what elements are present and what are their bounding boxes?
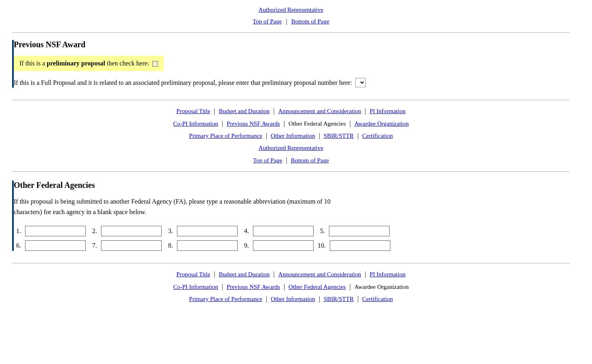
nav-other-info-2[interactable]: Other Information — [271, 296, 315, 302]
pipe-b3: | — [365, 271, 366, 278]
agency-label-7: 7. — [90, 242, 97, 249]
pipe-10: | — [286, 157, 287, 164]
other-federal-section: Other Federal Agencies If this proposal … — [12, 181, 570, 251]
pipe-b9: | — [357, 295, 358, 302]
middle-nav-links: Proposal Title | Budget and Duration | A… — [12, 105, 570, 166]
previous-nsf-section: Previous NSF Award If this is a prelimin… — [12, 40, 570, 88]
nav-prev-nsf-1[interactable]: Previous NSF Awards — [227, 120, 280, 127]
agency-input-10[interactable] — [330, 240, 390, 251]
nav-budget-duration-2[interactable]: Budget and Duration — [219, 271, 270, 278]
agency-input-9[interactable] — [253, 240, 314, 251]
nav-announcement-2[interactable]: Announcement and Consideration — [278, 271, 361, 278]
agency-label-5: 5. — [318, 227, 325, 235]
top-navigation-1: Authorized Representative Top of Page | … — [12, 4, 570, 27]
pipe-7: | — [266, 132, 267, 139]
divider-2 — [12, 100, 570, 100]
agency-row-1: 1. 2. 3. 4. 5. — [14, 226, 570, 236]
nav-sbir-2[interactable]: SBIR/STTR — [324, 296, 354, 302]
divider-1 — [12, 32, 570, 33]
agency-label-4: 4. — [242, 227, 249, 235]
pipe-b8: | — [319, 295, 320, 302]
authorized-rep-link-top[interactable]: Authorized Representative — [259, 6, 323, 13]
nav-sbir-1[interactable]: SBIR/STTR — [324, 133, 354, 139]
agency-label-3: 3. — [166, 227, 173, 235]
agency-input-4[interactable] — [253, 226, 314, 236]
agency-input-6[interactable] — [25, 240, 86, 251]
nav-other-federal-current: Other Federal Agencies — [289, 120, 346, 127]
nav-other-info-1[interactable]: Other Information — [271, 133, 315, 139]
nav-awardee-org-1[interactable]: Awardee Organization — [354, 120, 409, 127]
nav-authorized-rep-1[interactable]: Authorized Representative — [259, 145, 323, 151]
pipe-b1: | — [214, 271, 215, 278]
agency-input-3[interactable] — [177, 226, 238, 236]
agency-inputs-container: 1. 2. 3. 4. 5. 6. 7. 8. 9. — [14, 226, 570, 251]
divider-4 — [12, 263, 570, 263]
pipe-b4: | — [222, 283, 223, 290]
other-federal-title: Other Federal Agencies — [14, 181, 570, 190]
pipe-b7: | — [266, 295, 267, 302]
agency-label-8: 8. — [166, 242, 173, 249]
preliminary-checkbox[interactable] — [152, 61, 158, 67]
pipe-9: | — [357, 132, 358, 139]
pipe-b2: | — [273, 271, 274, 278]
nav-co-pi-2[interactable]: Co-PI Information — [173, 284, 218, 290]
nav-primary-place-2[interactable]: Primary Place of Performance — [189, 296, 262, 302]
nav-budget-duration-1[interactable]: Budget and Duration — [219, 108, 270, 114]
bottom-nav-links: Proposal Title | Budget and Duration | A… — [12, 268, 570, 305]
nav-awardee-org-current: Awardee Organization — [354, 284, 409, 290]
agency-row-2: 6. 7. 8. 9. 10. — [14, 240, 570, 251]
preliminary-proposal-box: If this is a preliminary proposal then c… — [14, 56, 164, 71]
nav-proposal-title-1[interactable]: Proposal Title — [177, 108, 211, 114]
pipe-4: | — [222, 120, 223, 127]
agency-label-10: 10. — [318, 242, 326, 249]
prelim-bold-text: preliminary proposal — [47, 60, 105, 67]
nav-pi-info-1[interactable]: PI Information — [370, 108, 406, 114]
agency-label-6: 6. — [14, 242, 21, 249]
agency-input-7[interactable] — [101, 240, 162, 251]
pipe-2: | — [273, 107, 274, 114]
prelim-post-text: then check here: — [105, 60, 149, 67]
agency-label-2: 2. — [90, 227, 97, 235]
pipe-5: | — [284, 120, 285, 127]
nav-proposal-title-2[interactable]: Proposal Title — [177, 271, 211, 278]
preliminary-proposal-dropdown[interactable] — [355, 78, 366, 87]
agency-input-1[interactable] — [25, 226, 86, 236]
pipe-sep: | — [286, 18, 287, 25]
agency-desc-line1: If this proposal is being submitted to a… — [14, 198, 331, 205]
previous-nsf-title: Previous NSF Award — [14, 40, 570, 49]
nav-certification-1[interactable]: Certification — [362, 133, 393, 139]
nav-announcement-1[interactable]: Announcement and Consideration — [278, 108, 361, 114]
pipe-3: | — [365, 107, 366, 114]
nav-bottom-page-1[interactable]: Bottom of Page — [291, 157, 329, 164]
nav-top-page-1[interactable]: Top of Page — [253, 157, 282, 164]
agency-label-9: 9. — [242, 242, 249, 249]
pipe-8: | — [319, 132, 320, 139]
nav-pi-info-2[interactable]: PI Information — [370, 271, 406, 278]
nav-other-federal-2[interactable]: Other Federal Agencies — [289, 284, 346, 290]
top-of-page-link-top[interactable]: Top of Page — [253, 18, 282, 25]
bottom-of-page-link-top[interactable]: Bottom of Page — [291, 18, 329, 25]
agency-label-1: 1. — [14, 227, 21, 235]
agency-input-8[interactable] — [177, 240, 238, 251]
nav-prev-nsf-2[interactable]: Previous NSF Awards — [227, 284, 280, 290]
nav-primary-place-1[interactable]: Primary Place of Performance — [189, 133, 262, 139]
prelim-pre-text: If this is a — [19, 60, 47, 67]
agency-desc-line2: characters) for each agency in a blank s… — [14, 208, 146, 215]
full-proposal-text-block: If this is a Full Proposal and it is rel… — [14, 78, 570, 88]
agency-description: If this proposal is being submitted to a… — [14, 196, 570, 217]
pipe-6: | — [350, 120, 351, 127]
nav-certification-2[interactable]: Certification — [362, 296, 393, 302]
full-proposal-label: If this is a Full Proposal and it is rel… — [14, 79, 352, 86]
pipe-b6: | — [350, 283, 351, 290]
divider-3 — [12, 171, 570, 172]
pipe-1: | — [214, 107, 215, 114]
agency-input-2[interactable] — [101, 226, 162, 236]
nav-co-pi-1[interactable]: Co-PI Information — [173, 120, 218, 127]
agency-input-5[interactable] — [329, 226, 390, 236]
pipe-b5: | — [284, 283, 285, 290]
